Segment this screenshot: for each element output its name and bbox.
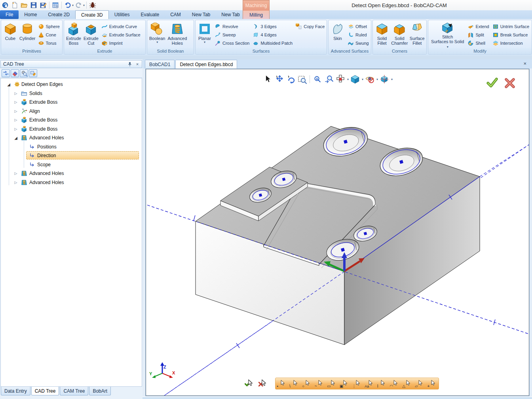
accept-selection-button[interactable] bbox=[243, 378, 255, 390]
zoom-previous-icon[interactable] bbox=[324, 74, 334, 84]
viewport[interactable]: X Y Z A▾▾▾▾ ▪\○~▭▣⋮AaI◠△▱+ bbox=[146, 69, 529, 396]
redo-icon[interactable] bbox=[74, 1, 83, 10]
open-file-icon[interactable] bbox=[20, 1, 28, 10]
tree-item-detect-open-edges[interactable]: ◢Detect Open Edges bbox=[1, 80, 141, 89]
collapse-icon[interactable]: ◢ bbox=[6, 82, 11, 87]
button-cube[interactable]: Cube bbox=[2, 21, 19, 48]
filter-text-icon[interactable]: Aa bbox=[364, 378, 375, 389]
filter-dimension-icon[interactable]: I bbox=[376, 378, 388, 389]
expand-icon[interactable]: ▷ bbox=[13, 171, 18, 175]
button-intersection[interactable]: Intersection bbox=[491, 39, 531, 48]
filter-arc-icon[interactable]: ◠ bbox=[389, 378, 401, 389]
bobcad-logo-icon[interactable] bbox=[1, 1, 10, 10]
tab-evaluate[interactable]: Evaluate bbox=[135, 10, 165, 19]
expand-icon[interactable]: ▷ bbox=[13, 118, 18, 122]
panel-tab-bobart[interactable]: BobArt bbox=[89, 387, 111, 395]
button-extrude-surface[interactable]: Extrude Surface bbox=[100, 30, 142, 39]
tree-item-solids[interactable]: ▷Solids bbox=[1, 89, 141, 98]
undo-icon[interactable] bbox=[63, 1, 72, 10]
hide-entities-icon[interactable] bbox=[365, 74, 375, 84]
document-tab-2[interactable]: Detect Open Edges.bbcd bbox=[175, 60, 237, 68]
filter-line-icon[interactable]: \ bbox=[289, 378, 300, 389]
erase-icon[interactable] bbox=[11, 69, 19, 77]
tree-item-extrude-boss[interactable]: ▷Extrude Boss bbox=[1, 125, 141, 133]
tab-create-3d[interactable]: Create 3D bbox=[75, 10, 109, 19]
cancel-x-button[interactable] bbox=[504, 77, 516, 91]
dropdown-caret-icon[interactable]: ▾ bbox=[376, 78, 378, 81]
button-4-edges[interactable]: 4 Edges bbox=[251, 30, 294, 39]
tab-utilities[interactable]: Utilities bbox=[109, 10, 135, 19]
filter-points-icon[interactable]: ⋮ bbox=[351, 378, 363, 389]
save-as-icon[interactable] bbox=[39, 1, 48, 10]
button-sweep[interactable]: Sweep bbox=[213, 30, 251, 39]
dropdown-caret-icon[interactable]: ▾ bbox=[72, 4, 74, 7]
button-untrim-surface[interactable]: Untrim Surface bbox=[491, 22, 531, 30]
button-cone[interactable]: Cone bbox=[36, 30, 61, 39]
tree-item-positions[interactable]: Positions bbox=[1, 142, 141, 151]
tree-item-advanced-holes[interactable]: ▷Advanced Holes bbox=[1, 178, 141, 187]
zoom-all-icon[interactable]: A bbox=[312, 74, 323, 84]
tab-new-tab[interactable]: New Tab bbox=[216, 10, 245, 19]
button-stitch-surfaces-to-solid[interactable]: Stitch Surfaces to Solid ▾ bbox=[429, 21, 466, 48]
regen-icon[interactable] bbox=[2, 69, 10, 77]
close-icon[interactable]: × bbox=[134, 61, 141, 67]
button-split[interactable]: Split bbox=[466, 30, 490, 39]
section-view-icon[interactable] bbox=[379, 74, 390, 84]
panel-tab-cam-tree[interactable]: CAM Tree bbox=[60, 387, 88, 395]
select-cursor-icon[interactable] bbox=[262, 74, 273, 84]
button-shell[interactable]: Shell bbox=[466, 39, 490, 48]
settings-search-icon[interactable] bbox=[20, 69, 28, 77]
tab-new-tab[interactable]: New Tab bbox=[186, 10, 216, 19]
view-cube-icon[interactable] bbox=[350, 74, 360, 84]
rotate-icon[interactable] bbox=[285, 74, 296, 84]
filter-solid-icon[interactable]: ▣ bbox=[339, 378, 350, 389]
document-close-icon[interactable]: × bbox=[523, 61, 526, 66]
confirm-check-button[interactable] bbox=[486, 77, 498, 91]
tab-cam[interactable]: CAM bbox=[165, 10, 186, 19]
button-extrude-cut[interactable]: Extrude Cut bbox=[82, 21, 100, 48]
button-solid-fillet[interactable]: Solid Fillet bbox=[374, 21, 390, 48]
reject-selection-button[interactable] bbox=[257, 378, 269, 390]
button-planar[interactable]: Planar▾ bbox=[196, 21, 213, 48]
tree-item-extrude-boss[interactable]: ▷Extrude Boss bbox=[1, 98, 141, 106]
tree-item-extrude-boss[interactable]: ▷Extrude Boss bbox=[1, 116, 141, 124]
pan-icon[interactable] bbox=[274, 74, 284, 84]
dropdown-caret-icon[interactable]: ▾ bbox=[391, 78, 393, 81]
button-multisided-patch[interactable]: Multisided Patch bbox=[251, 39, 294, 48]
dropdown-caret-icon[interactable]: ▾ bbox=[347, 78, 349, 81]
ucs-origin-icon[interactable] bbox=[335, 74, 346, 84]
button-torus[interactable]: Torus bbox=[36, 39, 61, 48]
button-skin[interactable]: Skin bbox=[329, 21, 346, 48]
button-sphere[interactable]: Sphere bbox=[36, 22, 61, 30]
button-copy-face[interactable]: Copy Face bbox=[294, 22, 326, 31]
button-extend[interactable]: Extend bbox=[466, 22, 490, 30]
pin-icon[interactable] bbox=[127, 61, 133, 67]
solid-block[interactable] bbox=[196, 123, 480, 345]
expand-icon[interactable]: ▷ bbox=[13, 180, 18, 184]
filter-spline-icon[interactable]: ~ bbox=[314, 378, 325, 389]
filter-shape-icon[interactable]: ▭ bbox=[326, 378, 338, 389]
new-file-icon[interactable] bbox=[10, 1, 19, 10]
button-ruled[interactable]: Ruled bbox=[346, 30, 370, 39]
button-break-surface[interactable]: Break Surface bbox=[491, 30, 531, 39]
collapse-icon[interactable]: ◢ bbox=[13, 136, 18, 140]
save-icon[interactable] bbox=[29, 1, 38, 10]
panel-tab-data-entry[interactable]: Data Entry bbox=[1, 387, 30, 395]
tree-item-advanced-holes[interactable]: ◢Advanced Holes bbox=[1, 133, 141, 142]
report-icon[interactable] bbox=[51, 1, 60, 10]
tab-home[interactable]: Home bbox=[19, 10, 42, 19]
tab-file[interactable]: File bbox=[0, 10, 19, 19]
filter-plane-icon[interactable]: △ bbox=[401, 378, 413, 389]
button-3-edges[interactable]: 3 Edges bbox=[251, 22, 294, 30]
button-swung[interactable]: Swung bbox=[346, 39, 370, 48]
button-cylinder[interactable]: Cylinder bbox=[19, 21, 36, 48]
expand-icon[interactable]: ▷ bbox=[13, 127, 18, 131]
panel-tab-cad-tree[interactable]: CAD Tree bbox=[31, 387, 59, 395]
expand-icon[interactable]: ▷ bbox=[13, 91, 18, 95]
tree-item-scope[interactable]: Scope bbox=[1, 160, 141, 169]
document-tab-1[interactable]: BobCAD1 bbox=[145, 60, 175, 68]
button-solid-chamfer[interactable]: Solid Chamfer bbox=[390, 21, 409, 48]
filter-group-icon[interactable]: + bbox=[427, 378, 438, 389]
dropdown-caret-icon[interactable]: ▾ bbox=[83, 4, 85, 7]
button-imprint[interactable]: Imprint bbox=[100, 39, 142, 48]
